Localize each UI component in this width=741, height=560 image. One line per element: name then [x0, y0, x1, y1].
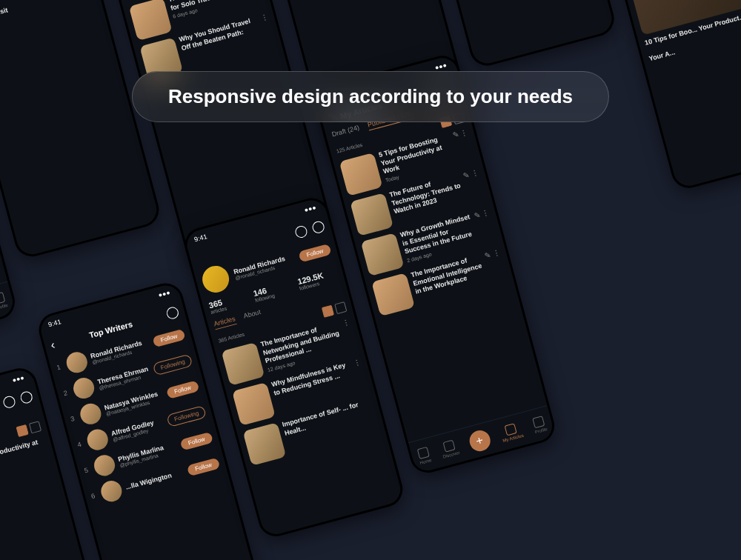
follow-button[interactable]: Follow	[152, 328, 186, 347]
nav-articles[interactable]: My Articles	[499, 421, 524, 443]
edit-icon[interactable]: ✎ ⋮	[452, 127, 469, 139]
send-icon[interactable]	[294, 224, 309, 239]
tab-draft[interactable]: Draft (24)	[331, 124, 361, 140]
nav-profile[interactable]: Profile	[531, 415, 548, 434]
tab-about[interactable]: About	[243, 308, 262, 322]
banner-text: Responsive design according to your need…	[168, 85, 573, 108]
nav-profile[interactable]: Profile	[0, 291, 8, 310]
nav-discover[interactable]: Discover	[439, 439, 460, 459]
more-icon[interactable]	[19, 390, 34, 405]
nav-home[interactable]: Home	[416, 446, 432, 464]
banner: Responsive design according to your need…	[132, 71, 609, 122]
more-icon[interactable]	[311, 220, 326, 235]
tab-articles[interactable]: Articles	[213, 315, 236, 330]
back-icon[interactable]: ‹	[49, 339, 56, 353]
following-button[interactable]: Following	[153, 353, 193, 376]
search-icon[interactable]	[2, 395, 17, 410]
search-icon[interactable]	[165, 306, 180, 321]
add-button[interactable]: +	[467, 428, 492, 453]
page-title: Top Writers	[88, 319, 133, 339]
avatar[interactable]	[199, 263, 232, 296]
follow-button[interactable]: Follow	[298, 243, 332, 262]
